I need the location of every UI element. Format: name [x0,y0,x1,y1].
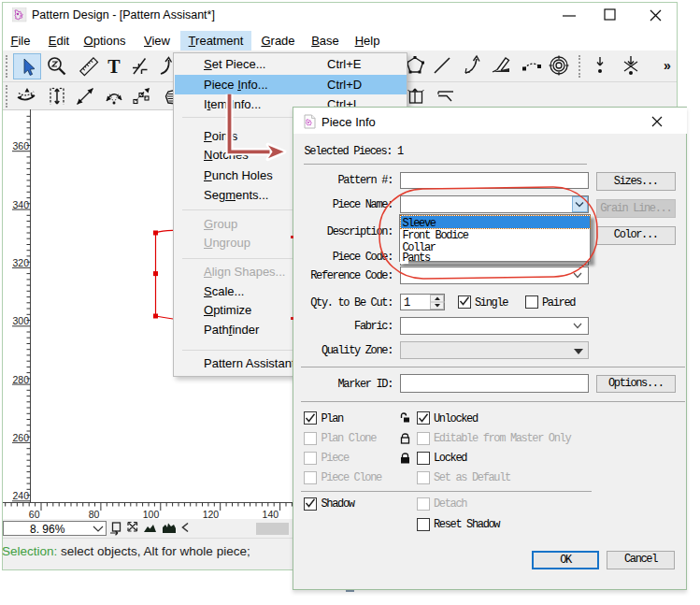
svg-text:300: 300 [12,315,29,326]
svg-text:80: 80 [89,509,100,520]
svg-text:340: 340 [12,199,29,210]
svg-text:60: 60 [29,509,40,520]
svg-text:260: 260 [12,432,29,443]
svg-text:T: T [107,55,121,76]
svg-text:280: 280 [12,374,29,385]
svg-text:140: 140 [263,509,279,520]
svg-text:120: 120 [203,509,220,520]
svg-text:320: 320 [12,257,29,268]
svg-text:360: 360 [12,140,29,151]
svg-text:240: 240 [12,490,29,501]
svg-text:100: 100 [143,509,160,520]
